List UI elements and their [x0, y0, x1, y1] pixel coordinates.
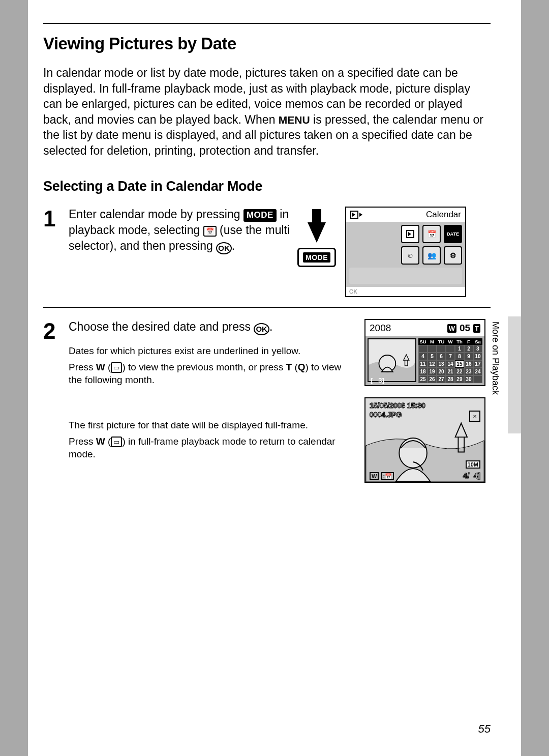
zoom-out-icon: ▭ — [111, 437, 122, 447]
calendar-cell: 18 — [418, 368, 428, 375]
mode-option-face: ☺ — [401, 246, 419, 265]
mode-option-people: 👥 — [422, 246, 441, 265]
section-tab — [508, 316, 521, 433]
calendar-mode-icon: 📅 — [203, 226, 217, 237]
calendar-cell: 30 — [464, 375, 473, 383]
playback-index: 4 — [463, 471, 467, 480]
calendar-cell: 28 — [446, 375, 455, 383]
step2-note-fullframe: The first picture for that date will be … — [69, 419, 355, 431]
calendar-cell: 3 — [473, 345, 482, 353]
section-label: More on Playback — [490, 322, 501, 395]
ok-icon: OK — [216, 242, 232, 254]
top-rule — [43, 23, 491, 24]
calendar-dates: ....123456789101112131415161718192021222… — [418, 345, 482, 383]
calendar-cell: 23 — [464, 368, 473, 375]
calendar-month: 05 — [460, 323, 470, 334]
calendar-cell: 9 — [464, 353, 473, 360]
zoom-in-icon: Q — [298, 362, 306, 372]
mode-screen-title: Calendar — [426, 210, 461, 220]
step1-text: Enter calendar mode by pressing MODE in … — [69, 207, 297, 254]
mode-button-label: MODE — [303, 252, 330, 263]
mode-selection-screen: Calendar 📅 DATE ☺ 👥 ⚙ — [345, 207, 466, 297]
calendar-cell: 24 — [473, 368, 482, 375]
calendar-cell: 17 — [473, 360, 482, 368]
calendar-cell: 11 — [418, 360, 428, 368]
intro-paragraph: In calendar mode or list by date mode, p… — [43, 65, 491, 158]
calendar-year: 2008 — [370, 323, 391, 334]
calendar-cell: 8 — [455, 353, 464, 360]
calendar-cell: 21 — [446, 368, 455, 375]
w-icon: W — [370, 472, 379, 480]
calendar-cell: . — [437, 345, 446, 353]
step-2: 2 Choose the desired date and press OK. … — [43, 319, 491, 493]
calendar-cell: 19 — [428, 368, 437, 375]
step-number: 1 — [43, 208, 69, 297]
calendar-cell: . — [418, 345, 428, 353]
calendar-cell: 12 — [428, 360, 437, 368]
page-title: Viewing Pictures by Date — [43, 34, 491, 53]
calendar-return-icon: :📅 — [381, 472, 394, 480]
calendar-day-header: SU M TU W Th F Sa — [418, 338, 482, 345]
resolution-badge: 10M — [466, 460, 480, 469]
calendar-cell: 14 — [446, 360, 455, 368]
next-month-icon: T — [473, 324, 480, 333]
mode-button-illustration: MODE — [297, 209, 336, 267]
calendar-cell: 7 — [446, 353, 455, 360]
calendar-cell: 15 — [455, 360, 464, 368]
calendar-cell: 26 — [428, 375, 437, 383]
calendar-cell: 27 — [437, 375, 446, 383]
calendar-thumbnail — [368, 338, 416, 382]
step-number: 2 — [43, 320, 69, 483]
calendar-cell: 13 — [437, 360, 446, 368]
page-number: 55 — [478, 722, 491, 736]
section-subtitle: Selecting a Date in Calendar Mode — [43, 179, 491, 194]
calendar-count: [ 3] — [371, 376, 384, 384]
calendar-cell: 10 — [473, 353, 482, 360]
calendar-cell: 1 — [455, 345, 464, 353]
step2-note-return: Press W (▭) in full-frame playback mode … — [69, 435, 355, 461]
calendar-screen: 2008 W 05 T — [364, 319, 485, 386]
playback-fullframe-screen: 15/05/2008 15:30 0004.JPG ✕ 10M W :📅 4/ … — [364, 397, 485, 483]
transfer-icon: ✕ — [469, 411, 480, 422]
prev-month-icon: W — [447, 324, 456, 333]
calendar-cell: . — [428, 345, 437, 353]
calendar-cell: 20 — [437, 368, 446, 375]
mode-badge: MODE — [243, 209, 277, 222]
calendar-cell: . — [473, 375, 482, 383]
step-1: 1 Enter calendar mode by pressing MODE i… — [43, 207, 491, 308]
calendar-cell: 2 — [464, 345, 473, 353]
mode-option-calendar: 📅 — [422, 225, 441, 243]
step2-main-text: Choose the desired date and press OK. — [69, 319, 355, 335]
playback-filename: 0004.JPG — [370, 411, 402, 419]
calendar-cell: 4 — [418, 353, 428, 360]
calendar-cell: 25 — [418, 375, 428, 383]
playback-icon — [350, 211, 362, 219]
calendar-cell: 22 — [455, 368, 464, 375]
calendar-cell: 16 — [464, 360, 473, 368]
step2-note-underline: Dates for which pictures exist are under… — [69, 344, 355, 357]
calendar-cell: 5 — [428, 353, 437, 360]
step2-note-nav: Press W (▭) to view the previous month, … — [69, 361, 355, 387]
playback-total: 4 — [474, 471, 478, 480]
calendar-cell: 29 — [455, 375, 464, 383]
ok-indicator: OK — [346, 287, 465, 296]
calendar-cell: . — [446, 345, 455, 353]
mode-option-play — [401, 225, 419, 243]
zoom-out-icon: ▭ — [111, 362, 122, 373]
arrow-down-icon — [308, 222, 326, 243]
mode-option-setup: ⚙ — [444, 246, 462, 265]
playback-timestamp: 15/05/2008 15:30 — [370, 401, 425, 410]
menu-glyph: MENU — [279, 114, 310, 126]
ok-icon: OK — [254, 323, 269, 335]
mode-option-date: DATE — [444, 225, 462, 243]
calendar-cell: 6 — [437, 353, 446, 360]
